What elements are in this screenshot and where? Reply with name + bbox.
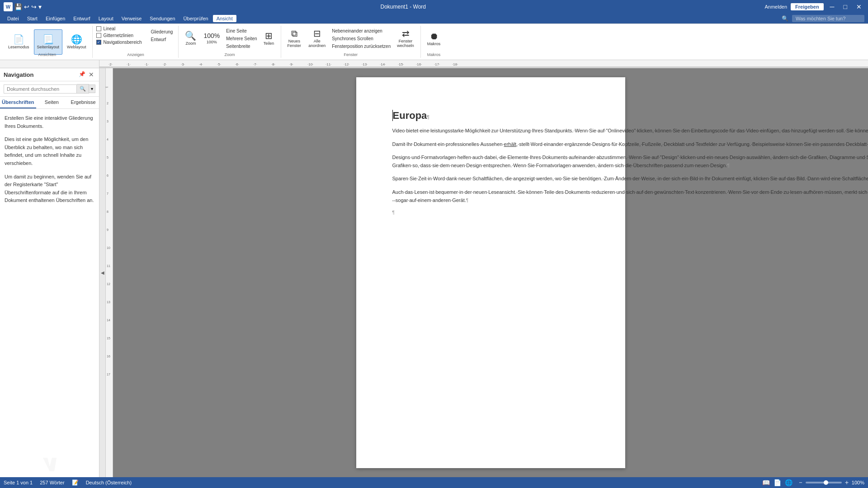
gitter-label: Gitternetzlinien: [103, 33, 133, 38]
zoom100-btn[interactable]: 100% 100%: [201, 26, 222, 51]
nav-para-2: Dies ist eine gute Möglichkeit, um den Ü…: [5, 136, 94, 167]
menu-einfügen[interactable]: Einfügen: [42, 15, 69, 22]
mehrere-seiten-btn[interactable]: Mehrere Seiten: [224, 35, 259, 42]
svg-text:·18·: ·18·: [452, 62, 458, 66]
zoom-btn[interactable]: 🔍 Zoom: [182, 26, 199, 51]
zoom-group-label: Zoom: [179, 52, 280, 57]
menu-sendungen[interactable]: Sendungen: [146, 15, 179, 22]
seitenbreite-btn[interactable]: Seitenbreite: [224, 43, 259, 50]
quick-save-btn[interactable]: 💾: [14, 3, 22, 10]
teilen-label: Teilen: [264, 41, 274, 46]
menu-entwurf[interactable]: Entwurf: [70, 15, 94, 22]
collapse-nav-btn[interactable]: ◀: [99, 68, 106, 477]
document-area[interactable]: Europa¶ Video·bietet·eine·leistungsstark…: [113, 68, 868, 477]
zoom-minus-btn[interactable]: －: [797, 479, 804, 487]
nav-checkbox-row[interactable]: Navigationsbereich: [96, 40, 142, 45]
minimize-btn[interactable]: ─: [827, 2, 837, 11]
nav-tab-seiten[interactable]: Seiten: [36, 97, 68, 108]
zoom-percent[interactable]: 100%: [852, 480, 864, 485]
nav-search-submit-btn[interactable]: 🔍: [77, 84, 89, 94]
svg-text:14: 14: [107, 319, 110, 322]
anzeigen-buttons: Gliederung Entwurf: [149, 26, 175, 52]
language[interactable]: Deutsch (Österreich): [86, 480, 132, 485]
gitter-checkbox-row[interactable]: Gitternetzlinien: [96, 33, 142, 38]
search-area: 🔍: [782, 15, 864, 22]
gliederung-btn[interactable]: Gliederung: [149, 28, 175, 35]
menu-bar: Datei Start Einfügen Entwurf Layout Verw…: [0, 14, 868, 23]
alle-anordnen-label: Alleanordnen: [308, 39, 326, 48]
anzeigen-checkboxes: Lineal Gitternetzlinien Navigationsberei…: [96, 26, 142, 52]
synchron-btn[interactable]: Synchrones Scrollen: [330, 35, 392, 42]
menu-verweise[interactable]: Verweise: [118, 15, 146, 22]
nav-checkbox[interactable]: [96, 40, 101, 45]
word-logo-watermark: [4, 455, 95, 474]
nav-tab-ergebnisse[interactable]: Ergebnisse: [67, 97, 99, 108]
nav-pin-icon[interactable]: 📌: [79, 71, 85, 78]
alle-anordnen-btn[interactable]: ⊟ Alleanordnen: [306, 26, 328, 51]
makros-btn[interactable]: ⏺ Makros: [425, 26, 443, 52]
svg-text:1: 1: [106, 86, 108, 88]
lineal-checkbox[interactable]: [96, 26, 101, 31]
ribbon: 📄 Lesemodus 📃 Seitenlayout 🌐 Weblayout A…: [0, 23, 868, 60]
close-btn[interactable]: ✕: [854, 2, 864, 11]
read-view-btn[interactable]: 📖: [761, 479, 771, 486]
svg-text:3: 3: [107, 120, 108, 123]
nav-para-1: Erstellen Sie eine interaktive Gliederun…: [5, 114, 94, 130]
menu-überprüfen[interactable]: Überprüfen: [180, 15, 212, 22]
redo-btn[interactable]: ↪: [31, 3, 37, 10]
print-view-btn[interactable]: 📄: [772, 479, 783, 486]
zoom-label: Zoom: [185, 41, 196, 46]
svg-text:·8·: ·8·: [271, 62, 275, 66]
ruler-container: ·2··1· ·1··2· ·3··4· ·5··6· ·7··8· ·9··1…: [0, 60, 868, 68]
nav-close-btn[interactable]: ✕: [87, 71, 95, 78]
svg-text:13: 13: [107, 300, 110, 304]
ribbon-group-makros: ⏺ Makros Makros: [421, 26, 447, 58]
fensterpos-btn[interactable]: Fensterposition zurücksetzen: [330, 43, 392, 50]
fenster-wechseln-btn[interactable]: ⇄ Fensterwechseln: [394, 26, 417, 51]
svg-text:16: 16: [107, 355, 110, 358]
page-info[interactable]: Seite 1 von 1: [4, 480, 33, 485]
seitenlayout-btn[interactable]: 📃 Seitenlayout: [34, 29, 63, 55]
menu-datei[interactable]: Datei: [4, 15, 23, 22]
nav-search-dropdown-btn[interactable]: ▾: [89, 84, 95, 93]
svg-text:8: 8: [107, 210, 108, 213]
svg-text:·15·: ·15·: [398, 62, 404, 66]
underline-text: erhält: [504, 141, 517, 147]
svg-text:·4·: ·4·: [199, 62, 203, 66]
web-view-btn[interactable]: 🌐: [783, 479, 794, 486]
menu-layout[interactable]: Layout: [95, 15, 117, 22]
neues-fenster-btn[interactable]: ⧉ NeuesFenster: [285, 26, 304, 51]
sign-in-btn[interactable]: Anmelden: [764, 4, 787, 9]
lesemodus-btn[interactable]: 📄 Lesemodus: [5, 29, 32, 55]
navigation-panel: Navigation 📌 ✕ 🔍 ▾ Überschriften Seiten …: [0, 68, 99, 477]
nav-search-input[interactable]: [4, 84, 77, 94]
weblayout-btn[interactable]: 🌐 Weblayout: [64, 29, 89, 55]
zoom-plus-btn[interactable]: ＋: [844, 479, 850, 487]
help-search-input[interactable]: [792, 15, 864, 22]
teilen-btn[interactable]: ⊞ Teilen: [261, 26, 277, 51]
status-left: Seite 1 von 1 257 Wörter 📝 Deutsch (Öste…: [4, 479, 132, 486]
entwurf-btn[interactable]: Entwurf: [149, 36, 175, 43]
ribbon-content: 📄 Lesemodus 📃 Seitenlayout 🌐 Weblayout A…: [0, 23, 868, 60]
status-right: 📖 📄 🌐 － ＋ 100%: [761, 479, 864, 487]
maximize-btn[interactable]: □: [841, 2, 850, 11]
document-title: Dokument1 - Word: [42, 4, 764, 10]
menu-start[interactable]: Start: [24, 15, 41, 22]
horizontal-ruler: ·2··1· ·1··2· ·3··4· ·5··6· ·7··8· ·9··1…: [99, 60, 868, 68]
gitter-checkbox[interactable]: [96, 33, 101, 38]
nebeneinander-btn[interactable]: Nebeneinander anzeigen: [330, 28, 392, 34]
makros-group-label: Makros: [421, 52, 447, 57]
menu-ansicht[interactable]: Ansicht: [213, 15, 236, 22]
share-btn[interactable]: Freigeben: [791, 3, 824, 10]
eine-seite-btn[interactable]: Eine Seite: [224, 28, 259, 34]
ribbon-group-zoom: 🔍 Zoom 100% 100% Eine Seite Mehrere Seit…: [179, 26, 281, 58]
svg-text:·9·: ·9·: [289, 62, 293, 66]
spell-check-icon[interactable]: 📝: [72, 479, 79, 486]
undo-btn[interactable]: ↩: [24, 3, 29, 10]
lineal-checkbox-row[interactable]: Lineal: [96, 26, 142, 31]
nav-tab-überschriften[interactable]: Überschriften: [0, 97, 36, 108]
customize-quick-access-btn[interactable]: ▾: [38, 3, 42, 10]
svg-text:17: 17: [107, 373, 110, 376]
zoom-slider[interactable]: [806, 482, 842, 483]
word-count[interactable]: 257 Wörter: [40, 480, 64, 485]
